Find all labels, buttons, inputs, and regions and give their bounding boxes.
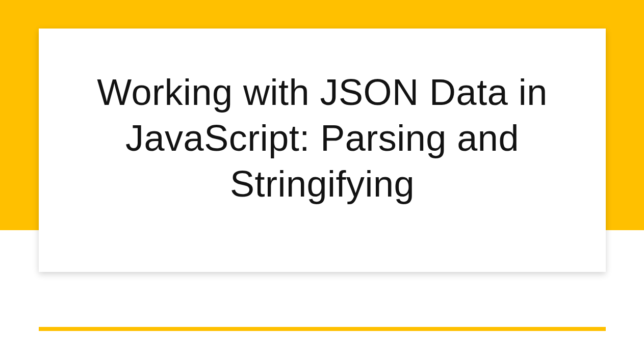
slide-title: Working with JSON Data in JavaScript: Pa… [39,69,606,207]
accent-underline [39,327,606,331]
title-card: Working with JSON Data in JavaScript: Pa… [39,29,606,272]
